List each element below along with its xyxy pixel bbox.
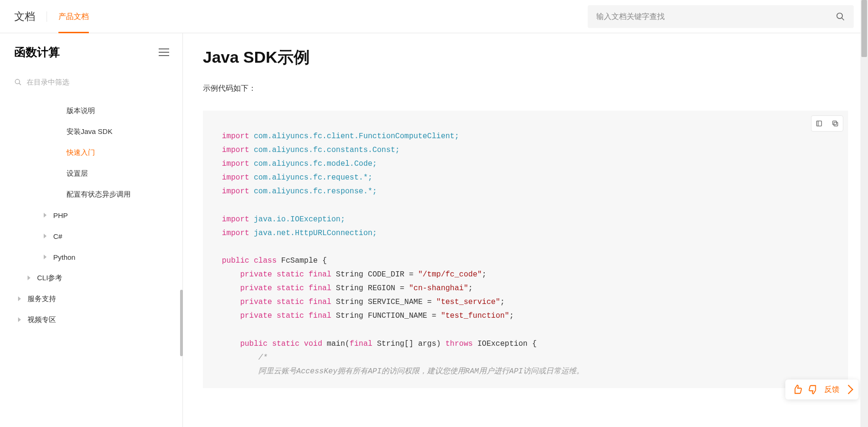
sidebar-item[interactable]: 配置有状态异步调用 [14, 184, 182, 205]
thumbs-up-icon[interactable] [792, 384, 802, 395]
page-scrollbar-thumb[interactable] [861, 0, 867, 57]
chevron-right-icon [844, 385, 853, 394]
thumbs-down-icon[interactable] [808, 384, 819, 395]
sidebar: 函数计算 版本说明安装Java SDK快速入门设置层配置有状态异步调用PHPC#… [0, 33, 183, 427]
top-header: 文档 产品文档 [0, 0, 868, 33]
svg-rect-6 [833, 121, 837, 125]
sidebar-item[interactable]: Python [14, 247, 182, 267]
sidebar-collapse-icon[interactable] [159, 48, 169, 56]
sidebar-item[interactable]: 版本说明 [14, 100, 182, 121]
sidebar-title-row: 函数计算 [14, 45, 182, 60]
code-block: import com.aliyuncs.fc.client.FunctionCo… [203, 111, 848, 388]
sidebar-item-label: 版本说明 [67, 106, 95, 115]
svg-line-3 [19, 83, 21, 85]
sidebar-item[interactable]: C# [14, 226, 182, 247]
svg-line-1 [842, 18, 844, 20]
sidebar-item-label: CLI参考 [37, 274, 62, 283]
sidebar-item-label: 快速入门 [67, 148, 95, 157]
chevron-right-icon [44, 213, 47, 218]
sidebar-item[interactable]: 设置层 [14, 163, 182, 184]
chevron-right-icon [18, 296, 21, 301]
sidebar-filter[interactable] [14, 78, 182, 86]
sidebar-item-label: 服务支持 [28, 294, 56, 304]
page-scrollbar[interactable] [860, 0, 868, 427]
svg-rect-5 [834, 122, 838, 126]
search-icon [14, 78, 22, 86]
feedback-label: 反馈 [824, 385, 839, 395]
intro-text: 示例代码如下： [203, 84, 848, 94]
sidebar-title: 函数计算 [14, 45, 60, 60]
svg-point-0 [837, 13, 843, 19]
sidebar-tree[interactable]: 版本说明安装Java SDK快速入门设置层配置有状态异步调用PHPC#Pytho… [14, 100, 182, 427]
sidebar-item-label: C# [53, 232, 62, 240]
sidebar-item[interactable]: 视频专区 [14, 309, 182, 330]
sidebar-item[interactable]: PHP [14, 205, 182, 226]
content-area[interactable]: Java SDK示例 示例代码如下： import com.aliyuncs.f… [183, 33, 868, 427]
sidebar-item-label: PHP [53, 211, 68, 219]
sidebar-item-label: 安装Java SDK [67, 127, 113, 136]
copy-icon [831, 120, 839, 127]
sidebar-item[interactable]: 快速入门 [14, 142, 182, 163]
main-area: 函数计算 版本说明安装Java SDK快速入门设置层配置有状态异步调用PHPC#… [0, 33, 868, 427]
global-search-input[interactable] [596, 12, 836, 21]
sidebar-item[interactable]: 安装Java SDK [14, 121, 182, 142]
global-search[interactable] [588, 5, 854, 28]
sidebar-item-label: 配置有状态异步调用 [67, 190, 131, 199]
search-icon [836, 12, 845, 21]
chevron-right-icon [44, 255, 47, 259]
expand-icon [815, 120, 823, 127]
chevron-right-icon [18, 317, 21, 322]
code-toolbar [811, 115, 843, 132]
copy-code-button[interactable] [830, 118, 841, 129]
sidebar-item-label: 视频专区 [28, 315, 56, 324]
sidebar-item[interactable]: 服务支持 [14, 288, 182, 309]
sidebar-item-label: 设置层 [67, 169, 88, 178]
sidebar-item[interactable]: CLI参考 [14, 267, 182, 288]
chevron-right-icon [28, 275, 30, 280]
sidebar-item-label: Python [53, 253, 76, 261]
brand-divider [47, 11, 47, 22]
feedback-card[interactable]: 反馈 [785, 380, 858, 399]
page-title: Java SDK示例 [203, 47, 848, 68]
sidebar-filter-input[interactable] [27, 78, 173, 86]
brand-label: 文档 [14, 9, 35, 24]
code-content: import com.aliyuncs.fc.client.FunctionCo… [203, 119, 848, 388]
svg-point-2 [15, 79, 19, 84]
chevron-right-icon [44, 234, 47, 238]
tab-product-docs[interactable]: 产品文档 [58, 0, 89, 33]
expand-code-button[interactable] [813, 118, 825, 129]
svg-rect-4 [817, 121, 822, 126]
